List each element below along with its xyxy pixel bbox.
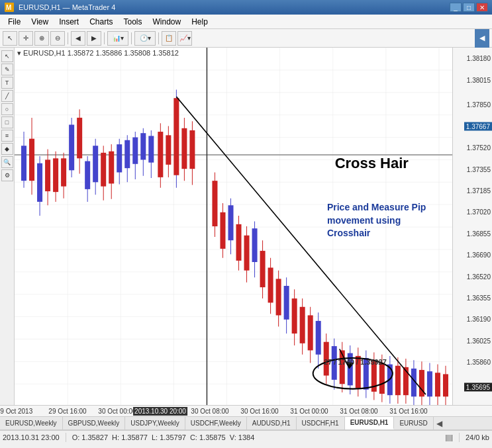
tab-gbpusd-weekly[interactable]: GBPUSD,Weekly [63,417,126,429]
svg-rect-64 [166,135,171,164]
svg-rect-79 [236,224,242,261]
left-btn-cursor[interactable]: ↖ [1,50,13,62]
svg-rect-56 [132,138,138,164]
svg-rect-99 [316,321,321,355]
svg-rect-95 [300,307,305,343]
menu-window[interactable]: Window [148,16,187,28]
left-btn-settings[interactable]: ⚙ [1,169,13,181]
svg-rect-44 [85,161,90,189]
toolbar-clock[interactable]: 🕐▾ [134,31,156,46]
chart-last: 1.35812 [152,49,179,57]
svg-rect-87 [268,267,273,302]
chart-bid-val: 1.35872 [68,49,94,57]
menu-file[interactable]: File [3,16,26,28]
left-btn-zoom[interactable]: 🔍 [1,156,13,168]
price-label-1: 1.38015 [467,76,491,83]
time-label-3: 30 Oct 08:00 [191,408,228,415]
toolbar-indicators[interactable]: 📈▾ [177,31,192,46]
tab-usdchf-weekly[interactable]: USDCHF,Weekly [185,417,247,429]
toolbar-template[interactable]: 📋 [162,31,176,46]
tab-usdchf-h1[interactable]: USDCHF,H1 [297,417,345,429]
left-btn-rect[interactable]: □ [1,116,13,128]
toolbar-back[interactable]: ◀ [71,31,85,46]
svg-text:M: M [6,4,11,11]
toolbar-forward[interactable]: ▶ [87,31,101,46]
tab-eurusd-weekly[interactable]: EURUSD,Weekly [0,417,63,429]
toolbar-zoom-in[interactable]: ⊕ [34,31,49,46]
status-datetime: 2013.10.31 23:00 [3,433,60,441]
svg-rect-119 [395,366,401,395]
status-zoom: 24/0 kb [466,433,489,441]
price-label-5: 1.37355 [467,165,491,173]
pip-description: Price and Measure Pip movement using Cro… [327,201,426,240]
price-label-11: 1.36355 [467,294,491,302]
chart-symbol: ▾ [17,49,23,57]
left-btn-fib[interactable]: ≡ [1,130,13,142]
time-label-6: 31 Oct 08:00 [340,408,377,415]
price-label-14: 1.35860 [467,359,491,366]
tab-eurusd[interactable]: EURUSD [394,417,433,429]
menu-tools[interactable]: Tools [119,16,148,28]
svg-rect-46 [93,146,98,182]
sep1 [68,32,68,44]
status-open: O: 1.35827 [72,433,108,441]
svg-rect-48 [101,153,106,187]
time-label-highlight: 2013.10.30 20:00 [133,407,187,416]
left-btn-line[interactable]: ╱ [1,90,13,102]
window-controls[interactable]: _ □ ✕ [450,3,488,12]
minimize-button[interactable]: _ [450,3,462,12]
left-btn-pen[interactable]: ✎ [1,64,13,75]
svg-rect-28 [21,146,26,181]
chart-info: ▾ EURUSD,H1 1.35872 1.35886 1.35808 1.35… [17,49,179,58]
main-chart[interactable]: ▾ EURUSD,H1 1.35872 1.35886 1.35808 1.35… [15,48,452,405]
tab-usdjpy-weekly[interactable]: USDJPY,Weekly [125,417,185,429]
price-label-4: 1.37520 [467,144,491,152]
toolbar-cursor[interactable]: ↖ [3,31,17,46]
svg-rect-34 [45,159,50,191]
price-label-6: 1.37185 [467,187,491,195]
time-label-2: 30 Oct 00:00 [98,408,136,415]
price-label-10: 1.36520 [467,273,491,280]
price-label-current: 1.37667 [464,122,492,130]
svg-rect-77 [228,205,233,240]
symbol-tabs: EURUSD,Weekly GBPUSD,Weekly USDJPY,Weekl… [0,417,492,430]
menu-charts[interactable]: Charts [84,16,118,28]
status-volume: V: 1384 [230,433,255,441]
time-label-0: 29 Oct 2013 [0,408,32,415]
tab-audusd-h1[interactable]: AUDUSD,H1 [247,417,297,429]
status-close: C: 1.35875 [190,433,226,441]
svg-rect-89 [276,279,281,315]
sep4 [158,32,159,44]
svg-rect-85 [260,251,266,287]
title-text: EURUSD,H1 — MetaTrader 4 [19,3,450,11]
toolbar-crosshair[interactable]: ✛ [19,31,33,46]
status-high: H: 1.35877 [112,433,148,441]
toolbar-right-btn[interactable]: ◀ [475,29,489,48]
left-btn-pin[interactable]: ◆ [1,143,13,155]
sep2 [104,32,105,44]
price-label-2: 1.37850 [467,101,491,109]
left-btn-circle[interactable]: ○ [1,103,13,115]
tab-eurusd-h1[interactable]: EURUSD,H1 [345,417,395,429]
toolbar-zoom-out[interactable]: ⊖ [50,31,65,46]
svg-rect-30 [29,139,34,181]
left-btn-text[interactable]: T [1,77,13,89]
menu-view[interactable]: View [26,16,54,28]
maximize-button[interactable]: □ [463,3,475,12]
svg-rect-50 [109,152,114,184]
app-icon: M [4,2,15,13]
toolbar-candlestick[interactable]: 📊▾ [107,31,128,46]
price-label-7: 1.37020 [467,208,491,216]
close-button[interactable]: ✕ [476,3,488,12]
tab-more[interactable]: ◀ [434,418,445,429]
price-label-9: 1.36690 [467,251,491,259]
menu-insert[interactable]: Insert [54,16,84,28]
svg-rect-68 [181,128,187,169]
svg-rect-105 [340,350,345,384]
left-toolbar: ↖ ✎ T ╱ ○ □ ≡ ◆ 🔍 ⚙ [0,48,15,405]
time-label-4: 30 Oct 16:00 [240,408,278,415]
svg-rect-75 [220,212,225,249]
svg-rect-60 [148,136,154,162]
menu-help[interactable]: Help [186,16,213,28]
price-label-12: 1.36190 [467,316,491,323]
